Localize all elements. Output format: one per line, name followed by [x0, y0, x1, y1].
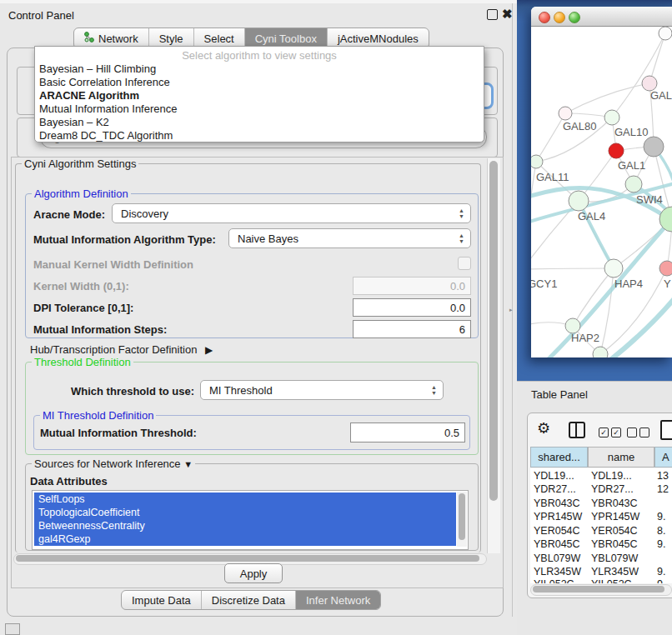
dropdown-item-aracne[interactable]: ARACNE Algorithm — [39, 89, 479, 102]
aracne-mode-combo[interactable]: Discovery ▲▼ — [112, 203, 471, 223]
splitter-handle[interactable]: ▸ — [509, 307, 514, 312]
list-vscrollbar[interactable] — [457, 492, 467, 547]
panel-title: Control Panel — [8, 9, 74, 22]
spinner-arrows-icon: ▲▼ — [431, 384, 437, 396]
deselect-all-columns-icon[interactable] — [627, 425, 649, 438]
table-cell[interactable]: YPR145W — [534, 511, 582, 522]
mi-type-label: Mutual Information Algorithm Type: — [33, 233, 216, 246]
list-item-selfloops[interactable]: SelfLoops — [34, 492, 456, 506]
node-label: GAL10 — [614, 126, 648, 138]
network-canvas[interactable]: GAL GAL80 GAL10 GAL1 GAL11 SWI4 GAL4 GCY… — [531, 27, 672, 358]
table-cell[interactable]: 12 — [657, 483, 669, 495]
settings-vscrollbar-thumb[interactable] — [489, 161, 498, 501]
data-attributes-label: Data Attributes — [30, 475, 108, 488]
list-item-topological[interactable]: TopologicalCoefficient — [34, 506, 456, 519]
select-all-columns-icon[interactable]: ✓✓ — [599, 425, 621, 438]
tab-infer-network[interactable]: Infer Network — [296, 591, 380, 609]
column-layout-icon[interactable] — [569, 422, 585, 438]
gear-icon[interactable]: ⚙ — [537, 419, 550, 438]
hub-definition-toggle[interactable]: Hub/Transcription Factor Definition ▶ — [30, 343, 213, 356]
table-hscrollbar[interactable] — [530, 584, 672, 596]
cyni-algorithm-settings-title: Cyni Algorithm Settings — [22, 158, 138, 170]
algorithm-dropdown-popup: Select algorithm to view settings Bayesi… — [34, 46, 484, 142]
zoom-traffic-light-icon[interactable] — [569, 12, 580, 23]
tab-style-label: Style — [159, 32, 183, 45]
table-cell[interactable]: YBL079W — [591, 552, 638, 564]
table-cell[interactable]: YLR345W — [534, 566, 581, 578]
table-cell[interactable]: YPR145W — [591, 511, 639, 522]
table-cell[interactable]: YIL052C — [534, 578, 574, 583]
node-gal4 — [569, 191, 589, 211]
table-cell[interactable]: YDL19... — [591, 470, 632, 482]
apply-button[interactable]: Apply — [224, 563, 283, 583]
table-cell[interactable]: YBR045C — [534, 538, 580, 550]
table-cell[interactable]: 9. — [657, 538, 665, 550]
table-hscrollbar-thumb[interactable] — [533, 586, 664, 592]
minimize-traffic-light-icon[interactable] — [554, 12, 565, 23]
list-vscrollbar-thumb[interactable] — [459, 493, 465, 540]
table-cell[interactable]: 13 — [657, 470, 669, 482]
node-gal11 — [531, 155, 543, 168]
table-cell[interactable]: YER054C — [591, 525, 638, 537]
node-label: SWI4 — [636, 193, 663, 206]
tab-select-label: Select — [204, 32, 234, 45]
sources-title-text: Sources for Network Inference — [34, 458, 181, 470]
data-attributes-list: SelfLoops TopologicalCoefficient Between… — [32, 490, 469, 550]
float-icon[interactable] — [487, 9, 498, 20]
tab-impute-data[interactable]: Impute Data — [122, 591, 202, 609]
column-header-name[interactable]: name — [588, 447, 654, 468]
which-threshold-combo[interactable]: MI Threshold ▲▼ — [200, 380, 444, 400]
tab-impute-data-label: Impute Data — [132, 594, 191, 607]
node-label: GAL80 — [563, 120, 596, 132]
tab-discretize-data[interactable]: Discretize Data — [202, 591, 296, 609]
node-label: Y — [664, 278, 671, 290]
table-cell[interactable]: YBR043C — [591, 498, 638, 509]
minimized-panel-icon[interactable] — [5, 623, 20, 635]
column-header-partial[interactable]: A — [654, 447, 672, 468]
dropdown-item-basic-correlation[interactable]: Basic Correlation Inference — [39, 76, 479, 89]
table-cell[interactable]: 9. — [657, 566, 665, 578]
node-label: GCY1 — [531, 278, 557, 290]
mi-steps-field[interactable]: 6 — [353, 320, 471, 338]
network-window-titlebar[interactable] — [531, 7, 672, 27]
settings-vscrollbar[interactable] — [487, 158, 500, 553]
manual-kernel-checkbox[interactable] — [458, 257, 471, 270]
table-cell[interactable]: YIL052C — [591, 578, 632, 583]
dropdown-item-bayesian-k2[interactable]: Bayesian – K2 — [39, 116, 479, 129]
table-cell[interactable]: YDR27... — [591, 483, 634, 495]
node — [659, 27, 672, 40]
dropdown-item-bayesian-hill-climbing[interactable]: Bayesian – Hill Climbing — [39, 62, 479, 76]
node-label: GAL4 — [578, 210, 605, 222]
table-cell[interactable]: 8. — [657, 525, 665, 537]
kernel-width-field[interactable]: 0.0 — [353, 277, 471, 295]
list-item-gal4rgexp[interactable]: gal4RGexp — [34, 532, 456, 546]
node-gal80 — [559, 107, 572, 120]
list-item-betweenness[interactable]: BetweennessCentrality — [34, 519, 456, 532]
table-cell[interactable]: YBR045C — [591, 538, 638, 550]
dpi-tolerance-label: DPI Tolerance [0,1]: — [33, 302, 133, 314]
node-swi4 — [625, 176, 642, 192]
dropdown-item-mutual-information[interactable]: Mutual Information Inference — [39, 102, 479, 116]
close-traffic-light-icon[interactable] — [539, 12, 550, 23]
node-bottom-partial — [593, 347, 608, 358]
table-cell[interactable]: YLR345W — [591, 566, 639, 578]
table-cell[interactable]: YER054C — [534, 525, 580, 537]
network-icon — [84, 32, 94, 45]
tab-jactivemnodules-label: jActiveMNodules — [338, 32, 419, 45]
sources-group-title[interactable]: Sources for Network Inference ▼ — [32, 458, 195, 470]
dpi-tolerance-field[interactable]: 0.0 — [353, 298, 471, 317]
table-cell[interactable]: YBR043C — [534, 498, 580, 509]
settings-hscrollbar-thumb[interactable] — [16, 555, 479, 562]
export-table-icon[interactable] — [660, 420, 672, 440]
table-cell[interactable]: YDL19... — [534, 470, 574, 482]
tab-infer-network-label: Infer Network — [306, 594, 370, 607]
mi-type-combo[interactable]: Naive Bayes ▲▼ — [228, 228, 471, 248]
table-cell[interactable]: 9. — [657, 511, 665, 522]
table-cell[interactable]: YBL079W — [534, 552, 580, 564]
table-cell[interactable]: YDR27... — [534, 483, 576, 495]
mi-threshold-field[interactable]: 0.5 — [350, 422, 465, 442]
table-cell[interactable]: 9 — [657, 578, 663, 583]
column-header-shared-name[interactable]: shared... — [530, 447, 588, 468]
close-icon[interactable]: ✖ — [502, 7, 513, 22]
dropdown-item-dream8[interactable]: Dream8 DC_TDC Algorithm — [39, 129, 479, 142]
